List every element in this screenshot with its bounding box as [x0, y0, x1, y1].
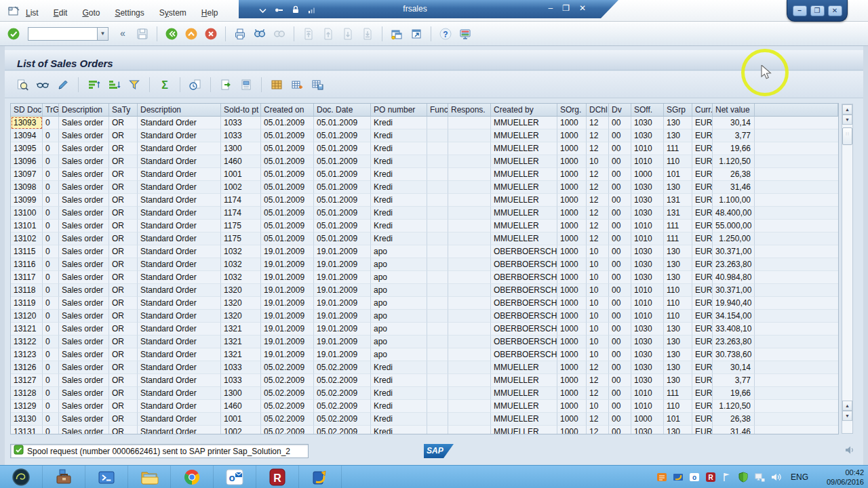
table-cell[interactable]: [427, 297, 448, 310]
table-cell[interactable]: 13127: [11, 374, 43, 387]
table-cell[interactable]: 12: [587, 413, 609, 426]
table-row[interactable]: 131300Sales orderORStandard Order100105.…: [11, 413, 838, 426]
table-cell[interactable]: 00: [609, 245, 631, 258]
sap-tray-icon[interactable]: [672, 472, 684, 483]
table-cell[interactable]: EUR: [692, 271, 713, 284]
table-cell[interactable]: 13117: [11, 271, 43, 284]
table-cell[interactable]: 131: [664, 194, 692, 207]
overlay-close-button[interactable]: ✕: [828, 5, 842, 16]
grid-button[interactable]: [269, 77, 285, 93]
table-cell[interactable]: Kredi: [371, 142, 427, 155]
table-cell[interactable]: Standard Order: [138, 168, 221, 181]
table-cell[interactable]: 130: [664, 323, 692, 336]
table-cell[interactable]: 1032: [221, 258, 261, 271]
table-cell[interactable]: 00: [609, 220, 631, 232]
table-cell[interactable]: OR: [109, 117, 138, 129]
table-cell[interactable]: 05.02.2009: [314, 400, 371, 413]
table-cell[interactable]: 19.01.2009: [314, 323, 371, 336]
menu-system[interactable]: System: [159, 8, 186, 18]
table-cell[interactable]: Standard Order: [138, 297, 221, 310]
table-cell[interactable]: apo: [371, 348, 427, 361]
table-cell[interactable]: 0: [43, 168, 59, 181]
table-cell[interactable]: 12: [587, 181, 609, 194]
table-cell[interactable]: [427, 348, 448, 361]
table-cell[interactable]: 1000: [557, 245, 587, 258]
table-cell[interactable]: OR: [109, 258, 138, 271]
table-cell[interactable]: 05.02.2009: [261, 426, 314, 434]
powershell-taskbar-button[interactable]: [85, 466, 128, 488]
table-cell[interactable]: 13129: [11, 400, 43, 413]
table-cell[interactable]: 34.154,00: [713, 310, 755, 323]
table-cell[interactable]: 0: [43, 323, 59, 336]
table-row[interactable]: 130990Sales orderORStandard Order117405.…: [11, 194, 838, 207]
table-cell[interactable]: [448, 232, 491, 245]
table-cell[interactable]: 05.01.2009: [314, 117, 371, 129]
table-cell[interactable]: [448, 181, 491, 194]
table-cell[interactable]: 1030: [631, 426, 664, 434]
table-cell[interactable]: 00: [609, 232, 631, 245]
table-cell[interactable]: [427, 168, 448, 181]
table-cell[interactable]: MMUELLER: [491, 168, 557, 181]
table-cell[interactable]: [448, 129, 491, 142]
table-cell[interactable]: Standard Order: [138, 142, 221, 155]
table-cell[interactable]: OR: [109, 284, 138, 297]
table-cell[interactable]: EUR: [692, 348, 713, 361]
command-input[interactable]: [28, 27, 97, 41]
table-cell[interactable]: 0: [43, 232, 59, 245]
table-cell[interactable]: [448, 258, 491, 271]
table-cell[interactable]: 13128: [11, 387, 43, 400]
table-row[interactable]: 131010Sales orderORStandard Order117505.…: [11, 220, 838, 232]
flag-tray-icon[interactable]: [721, 472, 732, 483]
table-cell[interactable]: 05.01.2009: [261, 117, 314, 129]
help-button[interactable]: ?: [437, 26, 454, 42]
column-header[interactable]: Dv: [609, 104, 631, 117]
table-cell[interactable]: 48.400,00: [713, 207, 755, 220]
table-cell[interactable]: 1000: [557, 426, 587, 434]
table-cell[interactable]: 0: [43, 142, 59, 155]
table-cell[interactable]: 05.01.2009: [261, 220, 314, 232]
table-cell[interactable]: OR: [109, 400, 138, 413]
table-cell[interactable]: 101: [664, 413, 692, 426]
table-cell[interactable]: EUR: [692, 168, 713, 181]
table-cell[interactable]: Sales order: [59, 181, 109, 194]
table-cell[interactable]: MMUELLER: [491, 207, 557, 220]
table-cell[interactable]: EUR: [692, 400, 713, 413]
table-cell[interactable]: 1030: [631, 181, 664, 194]
table-cell[interactable]: [448, 207, 491, 220]
close-button[interactable]: ✕: [579, 3, 586, 13]
first-page-button[interactable]: [300, 26, 317, 42]
table-cell[interactable]: 1030: [631, 323, 664, 336]
table-cell[interactable]: [427, 129, 448, 142]
table-cell[interactable]: 1000: [557, 207, 587, 220]
table-cell[interactable]: Sales order: [59, 207, 109, 220]
table-cell[interactable]: Sales order: [59, 310, 109, 323]
r-app-taskbar-button[interactable]: R: [256, 466, 299, 488]
table-cell[interactable]: 00: [609, 284, 631, 297]
table-cell[interactable]: 19.01.2009: [314, 258, 371, 271]
table-cell[interactable]: apo: [371, 323, 427, 336]
table-cell[interactable]: 1300: [221, 387, 261, 400]
table-cell[interactable]: 111: [664, 232, 692, 245]
table-cell[interactable]: 0: [43, 348, 59, 361]
table-cell[interactable]: OR: [109, 323, 138, 336]
table-cell[interactable]: 1000: [557, 413, 587, 426]
table-cell[interactable]: [427, 142, 448, 155]
table-cell[interactable]: 1300: [221, 142, 261, 155]
create-shortcut-button[interactable]: [408, 26, 425, 42]
table-cell[interactable]: OBERBOERSCHG: [491, 310, 557, 323]
collapse-button[interactable]: «: [115, 26, 131, 42]
table-cell[interactable]: 130: [664, 181, 692, 194]
table-cell[interactable]: 1460: [221, 400, 261, 413]
table-cell[interactable]: 10: [587, 155, 609, 168]
table-cell[interactable]: OR: [109, 168, 138, 181]
table-cell[interactable]: 00: [609, 387, 631, 400]
table-cell[interactable]: 00: [609, 207, 631, 220]
table-cell[interactable]: 101: [664, 168, 692, 181]
table-cell[interactable]: 10: [587, 348, 609, 361]
table-cell[interactable]: [448, 361, 491, 374]
table-cell[interactable]: MMUELLER: [491, 155, 557, 168]
table-cell[interactable]: 1010: [631, 400, 664, 413]
table-cell[interactable]: 19.940,40: [713, 297, 755, 310]
table-cell[interactable]: 1030: [631, 361, 664, 374]
table-cell[interactable]: 10: [587, 284, 609, 297]
